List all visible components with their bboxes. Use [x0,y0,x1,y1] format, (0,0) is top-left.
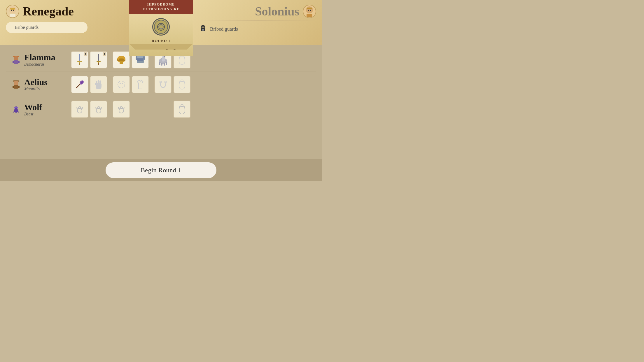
svg-point-88 [120,106,122,108]
bribed-icon [199,24,207,34]
svg-rect-32 [98,63,99,65]
flamma-slot-2[interactable]: ✦ [90,51,107,68]
player-left-panel: Renegade Bribe guards [0,0,129,45]
gladiator-row-wolf: Wolf Beast [6,98,316,121]
svg-rect-41 [137,58,143,59]
svg-rect-22 [14,60,18,64]
wolf-type: Beast [24,112,71,117]
svg-rect-5 [10,14,15,17]
player-right-panel: Solonius [193,0,322,45]
svg-point-85 [100,107,102,109]
aelius-slot-3[interactable] [113,76,130,93]
player-left-action-box[interactable]: Bribe guards [6,22,88,33]
svg-point-13 [310,10,311,11]
svg-point-21 [14,56,18,61]
aelius-name-area: Aelius Murmillo [24,77,71,92]
wolf-slot-1[interactable] [71,101,88,118]
player-right-name: Solonius [255,4,299,18]
svg-rect-27 [77,61,82,62]
player-left-action-text: Bribe guards [15,25,38,30]
bottom-content: Flamma Dimacharus ✦ [0,45,322,181]
aelius-type: Murmillo [24,87,71,92]
row-divider-1 [7,72,315,72]
svg-point-70 [122,83,123,84]
banner-title-area: HIPPODROME EXTRAORDINAIRE [129,0,193,14]
aelius-icon [10,79,22,90]
wolf-slot-2[interactable] [90,101,107,118]
center-banner: HIPPODROME EXTRAORDINAIRE [129,0,193,45]
svg-rect-19 [202,29,204,31]
svg-marker-75 [13,105,19,113]
svg-rect-57 [14,85,18,89]
svg-point-87 [118,107,120,109]
svg-point-77 [16,107,18,108]
flamma-name-area: Flamma Dimacharus [24,52,71,67]
wolf-name-area: Wolf Beast [24,102,71,117]
aelius-name: Aelius [24,77,71,87]
svg-rect-43 [137,60,143,61]
aelius-slot-2[interactable] [90,76,107,93]
coin-icon [152,18,170,36]
wolf-equipment [71,101,312,118]
svg-rect-44 [136,56,137,60]
svg-point-68 [118,81,125,88]
flamma-icon [10,55,22,65]
svg-point-10 [306,6,313,13]
aelius-slot-6[interactable] [173,76,191,93]
svg-rect-66 [96,83,102,87]
player-right-avatar [303,5,316,18]
app-container: Renegade Bribe guards HIPPODROME EXTRAOR… [0,0,322,181]
begin-round-button[interactable]: Begin Round 1 [106,162,216,178]
flamma-slot-3[interactable] [113,51,130,68]
svg-point-0 [9,6,16,13]
svg-point-79 [77,107,78,109]
svg-rect-53 [164,56,165,57]
svg-point-12 [308,10,309,11]
svg-rect-24 [18,61,20,63]
flamma-type: Dimacharus [24,62,71,67]
aelius-slot-5[interactable] [154,76,172,93]
gladiators-area: Flamma Dimacharus ✦ [0,45,322,159]
aelius-equipment [71,76,312,93]
svg-rect-40 [137,56,144,58]
wolf-slot-6[interactable] [173,101,191,118]
wolf-slot-3[interactable] [113,101,130,118]
round-label: ROUND 1 [152,38,170,43]
player-left-name: Renegade [23,4,74,18]
banner-title: HIPPODROME EXTRAORDINAIRE [132,2,190,11]
svg-marker-71 [137,80,143,89]
wolf-name: Wolf [24,102,71,112]
aelius-slot-4[interactable] [132,76,149,93]
right-divider [199,20,316,20]
aelius-slot-1[interactable] [71,76,88,93]
svg-rect-42 [137,59,143,60]
svg-point-86 [119,108,124,113]
banner-fold [129,44,193,50]
svg-point-9 [162,25,163,26]
svg-point-69 [120,83,121,84]
top-area: Renegade Bribe guards HIPPODROME EXTRAOR… [0,0,322,45]
svg-rect-29 [98,54,99,62]
svg-point-78 [77,108,82,113]
svg-point-56 [14,81,18,85]
svg-rect-59 [18,86,20,88]
svg-point-83 [96,107,97,109]
svg-rect-1 [10,8,15,10]
svg-rect-74 [181,80,183,82]
svg-rect-51 [164,63,165,66]
svg-rect-38 [120,61,123,64]
svg-rect-15 [307,14,312,17]
svg-rect-45 [143,56,145,60]
svg-rect-64 [99,80,101,83]
svg-rect-50 [161,63,162,66]
svg-rect-58 [13,86,14,88]
flamma-slot-1[interactable]: ✦ [71,51,88,68]
right-action-area: Bribed guards [199,24,316,34]
svg-rect-31 [97,61,101,62]
svg-rect-49 [159,62,160,65]
right-action-text: Bribed guards [210,26,238,32]
row-divider-2 [7,97,315,97]
svg-rect-11 [307,8,312,9]
svg-point-81 [81,107,83,109]
svg-rect-23 [13,61,14,63]
